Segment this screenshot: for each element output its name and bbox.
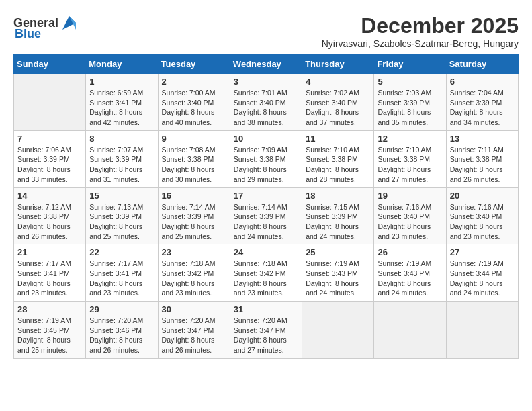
calendar-cell: 1Sunrise: 6:59 AM Sunset: 3:41 PM Daylig… <box>86 74 158 131</box>
calendar-cell: 8Sunrise: 7:07 AM Sunset: 3:39 PM Daylig… <box>86 130 158 187</box>
week-row-4: 21Sunrise: 7:17 AM Sunset: 3:41 PM Dayli… <box>14 244 519 302</box>
day-number: 23 <box>162 247 226 257</box>
cell-content: Sunrise: 7:11 AM Sunset: 3:38 PM Dayligh… <box>450 145 515 185</box>
cell-content: Sunrise: 7:10 AM Sunset: 3:38 PM Dayligh… <box>306 145 370 185</box>
day-number: 15 <box>89 191 154 201</box>
day-number: 11 <box>306 134 370 144</box>
day-number: 21 <box>17 247 82 257</box>
cell-content: Sunrise: 7:13 AM Sunset: 3:39 PM Dayligh… <box>89 202 154 242</box>
calendar-cell: 5Sunrise: 7:03 AM Sunset: 3:39 PM Daylig… <box>374 74 446 131</box>
cell-content: Sunrise: 7:06 AM Sunset: 3:39 PM Dayligh… <box>17 145 82 185</box>
day-number: 1 <box>89 77 154 87</box>
day-number: 4 <box>306 77 370 87</box>
location-title: Nyirvasvari, Szabolcs-Szatmar-Bereg, Hun… <box>322 38 519 49</box>
logo-icon <box>60 13 79 32</box>
day-header-monday: Monday <box>86 55 158 74</box>
calendar-cell: 20Sunrise: 7:16 AM Sunset: 3:40 PM Dayli… <box>446 187 518 244</box>
day-number: 30 <box>162 304 226 314</box>
day-number: 25 <box>306 247 370 257</box>
calendar-cell: 19Sunrise: 7:16 AM Sunset: 3:40 PM Dayli… <box>374 187 446 244</box>
cell-content: Sunrise: 7:14 AM Sunset: 3:39 PM Dayligh… <box>162 202 226 242</box>
day-number: 31 <box>234 304 298 314</box>
day-number: 14 <box>17 191 82 201</box>
cell-content: Sunrise: 7:19 AM Sunset: 3:44 PM Dayligh… <box>450 259 515 298</box>
title-section: December 2025 Nyirvasvari, Szabolcs-Szat… <box>322 13 519 49</box>
day-number: 16 <box>162 191 226 201</box>
month-title: December 2025 <box>322 13 519 38</box>
week-row-3: 14Sunrise: 7:12 AM Sunset: 3:38 PM Dayli… <box>14 187 519 244</box>
day-number: 29 <box>89 304 154 314</box>
cell-content: Sunrise: 7:19 AM Sunset: 3:45 PM Dayligh… <box>17 316 82 355</box>
day-number: 5 <box>378 77 442 87</box>
calendar-cell: 13Sunrise: 7:11 AM Sunset: 3:38 PM Dayli… <box>446 130 518 187</box>
day-header-saturday: Saturday <box>446 55 518 74</box>
cell-content: Sunrise: 7:08 AM Sunset: 3:38 PM Dayligh… <box>162 145 226 185</box>
cell-content: Sunrise: 7:07 AM Sunset: 3:39 PM Dayligh… <box>89 145 154 185</box>
calendar-cell: 29Sunrise: 7:20 AM Sunset: 3:46 PM Dayli… <box>86 302 158 359</box>
calendar-cell: 18Sunrise: 7:15 AM Sunset: 3:39 PM Dayli… <box>302 187 374 244</box>
day-number: 6 <box>450 77 515 87</box>
day-number: 24 <box>234 247 298 257</box>
week-row-5: 28Sunrise: 7:19 AM Sunset: 3:45 PM Dayli… <box>14 302 519 359</box>
calendar-cell <box>374 302 446 359</box>
calendar-table: SundayMondayTuesdayWednesdayThursdayFrid… <box>13 54 519 359</box>
day-number: 17 <box>234 191 298 201</box>
cell-content: Sunrise: 7:20 AM Sunset: 3:46 PM Dayligh… <box>89 316 154 355</box>
cell-content: Sunrise: 7:12 AM Sunset: 3:38 PM Dayligh… <box>17 202 82 242</box>
cell-content: Sunrise: 7:03 AM Sunset: 3:39 PM Dayligh… <box>378 88 442 128</box>
logo: General Blue <box>13 13 79 41</box>
calendar-cell: 30Sunrise: 7:20 AM Sunset: 3:47 PM Dayli… <box>158 302 230 359</box>
day-header-sunday: Sunday <box>14 55 86 74</box>
cell-content: Sunrise: 7:20 AM Sunset: 3:47 PM Dayligh… <box>162 316 226 355</box>
calendar-cell: 9Sunrise: 7:08 AM Sunset: 3:38 PM Daylig… <box>158 130 230 187</box>
day-number: 27 <box>450 247 515 257</box>
calendar-cell <box>14 74 86 131</box>
calendar-cell: 24Sunrise: 7:18 AM Sunset: 3:42 PM Dayli… <box>230 244 302 302</box>
cell-content: Sunrise: 7:19 AM Sunset: 3:43 PM Dayligh… <box>306 259 370 298</box>
cell-content: Sunrise: 7:16 AM Sunset: 3:40 PM Dayligh… <box>378 202 442 242</box>
logo-blue: Blue <box>15 27 41 41</box>
calendar-cell: 23Sunrise: 7:18 AM Sunset: 3:42 PM Dayli… <box>158 244 230 302</box>
day-number: 19 <box>378 191 442 201</box>
calendar-cell: 4Sunrise: 7:02 AM Sunset: 3:40 PM Daylig… <box>302 74 374 131</box>
calendar-cell: 2Sunrise: 7:00 AM Sunset: 3:40 PM Daylig… <box>158 74 230 131</box>
cell-content: Sunrise: 7:00 AM Sunset: 3:40 PM Dayligh… <box>162 88 226 128</box>
cell-content: Sunrise: 7:04 AM Sunset: 3:39 PM Dayligh… <box>450 88 515 128</box>
day-number: 3 <box>234 77 298 87</box>
day-number: 26 <box>378 247 442 257</box>
day-header-thursday: Thursday <box>302 55 374 74</box>
cell-content: Sunrise: 7:17 AM Sunset: 3:41 PM Dayligh… <box>17 259 82 298</box>
day-number: 10 <box>234 134 298 144</box>
calendar-cell: 25Sunrise: 7:19 AM Sunset: 3:43 PM Dayli… <box>302 244 374 302</box>
day-header-tuesday: Tuesday <box>158 55 230 74</box>
day-number: 22 <box>89 247 154 257</box>
calendar-cell: 21Sunrise: 7:17 AM Sunset: 3:41 PM Dayli… <box>14 244 86 302</box>
calendar-cell: 26Sunrise: 7:19 AM Sunset: 3:43 PM Dayli… <box>374 244 446 302</box>
cell-content: Sunrise: 7:02 AM Sunset: 3:40 PM Dayligh… <box>306 88 370 128</box>
calendar-cell: 3Sunrise: 7:01 AM Sunset: 3:40 PM Daylig… <box>230 74 302 131</box>
day-number: 20 <box>450 191 515 201</box>
day-number: 9 <box>162 134 226 144</box>
cell-content: Sunrise: 7:09 AM Sunset: 3:38 PM Dayligh… <box>234 145 298 185</box>
day-number: 28 <box>17 304 82 314</box>
calendar-cell: 28Sunrise: 7:19 AM Sunset: 3:45 PM Dayli… <box>14 302 86 359</box>
cell-content: Sunrise: 7:01 AM Sunset: 3:40 PM Dayligh… <box>234 88 298 128</box>
calendar-cell: 15Sunrise: 7:13 AM Sunset: 3:39 PM Dayli… <box>86 187 158 244</box>
calendar-cell: 31Sunrise: 7:20 AM Sunset: 3:47 PM Dayli… <box>230 302 302 359</box>
calendar-cell: 22Sunrise: 7:17 AM Sunset: 3:41 PM Dayli… <box>86 244 158 302</box>
calendar-cell: 12Sunrise: 7:10 AM Sunset: 3:38 PM Dayli… <box>374 130 446 187</box>
day-number: 7 <box>17 134 82 144</box>
calendar-header-row: SundayMondayTuesdayWednesdayThursdayFrid… <box>14 55 519 74</box>
calendar-cell <box>446 302 518 359</box>
calendar-cell <box>302 302 374 359</box>
cell-content: Sunrise: 7:15 AM Sunset: 3:39 PM Dayligh… <box>306 202 370 242</box>
day-header-friday: Friday <box>374 55 446 74</box>
calendar-cell: 16Sunrise: 7:14 AM Sunset: 3:39 PM Dayli… <box>158 187 230 244</box>
day-number: 8 <box>89 134 154 144</box>
cell-content: Sunrise: 6:59 AM Sunset: 3:41 PM Dayligh… <box>89 88 154 128</box>
calendar-cell: 10Sunrise: 7:09 AM Sunset: 3:38 PM Dayli… <box>230 130 302 187</box>
cell-content: Sunrise: 7:19 AM Sunset: 3:43 PM Dayligh… <box>378 259 442 298</box>
cell-content: Sunrise: 7:18 AM Sunset: 3:42 PM Dayligh… <box>162 259 226 298</box>
calendar-cell: 11Sunrise: 7:10 AM Sunset: 3:38 PM Dayli… <box>302 130 374 187</box>
cell-content: Sunrise: 7:20 AM Sunset: 3:47 PM Dayligh… <box>234 316 298 355</box>
